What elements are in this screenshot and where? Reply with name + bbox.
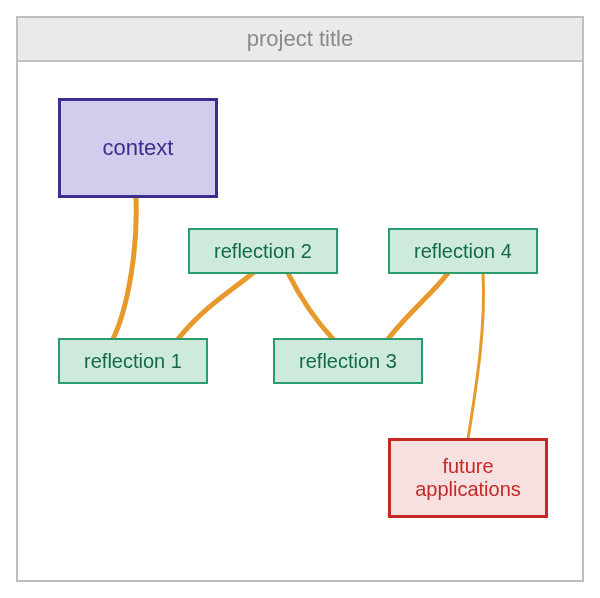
connector-r4-future — [468, 273, 484, 439]
node-reflection-4-label: reflection 4 — [414, 240, 512, 263]
diagram-frame: project title context reflection 2 refle… — [16, 16, 584, 582]
node-reflection-1: reflection 1 — [58, 338, 208, 384]
node-future-label: future applications — [399, 455, 537, 501]
connector-r2-r3 — [288, 273, 333, 339]
node-reflection-1-label: reflection 1 — [84, 350, 182, 373]
node-context-label: context — [103, 135, 174, 160]
node-reflection-3: reflection 3 — [273, 338, 423, 384]
node-reflection-2-label: reflection 2 — [214, 240, 312, 263]
connector-context-r1 — [113, 198, 136, 339]
connector-r1-r2 — [178, 273, 253, 339]
node-reflection-4: reflection 4 — [388, 228, 538, 274]
node-reflection-2: reflection 2 — [188, 228, 338, 274]
node-context: context — [58, 98, 218, 198]
node-reflection-3-label: reflection 3 — [299, 350, 397, 373]
node-future: future applications — [388, 438, 548, 518]
title-text: project title — [247, 26, 353, 52]
title-bar: project title — [18, 18, 582, 62]
connector-r3-r4 — [388, 273, 448, 339]
